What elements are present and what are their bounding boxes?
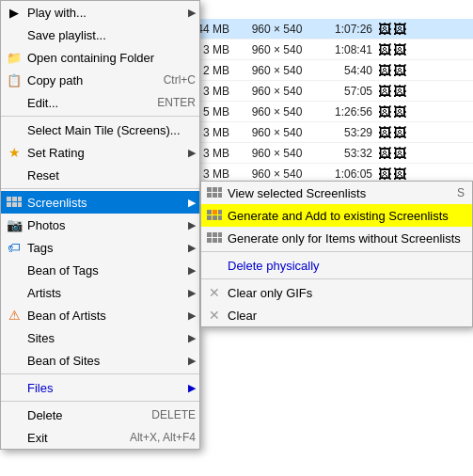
screenlists-icon (5, 197, 24, 208)
tag-icon: 🏷 (5, 240, 24, 255)
arrow-icon: ▶ (188, 287, 196, 299)
submenu-item-generate-only[interactable]: Generate only for Items without Screenli… (201, 227, 472, 249)
file-dur: 1:06:05 (317, 167, 378, 181)
arrow-icon: ▶ (188, 242, 196, 254)
file-icons: 🖼🖼 (378, 125, 406, 140)
play-icon: ▶ (5, 6, 24, 20)
file-res: 960 × 540 (237, 23, 317, 36)
menu-item-edit[interactable]: Edit... ENTER (1, 91, 199, 114)
menu-item-artists[interactable]: Artists ▶ (1, 281, 199, 304)
file-icons: 🖼🖼 (378, 84, 406, 99)
submenu-item-delete-physically[interactable]: Delete physically (201, 254, 472, 277)
x-icon: ✕ (205, 285, 224, 300)
menu-item-photos[interactable]: 📷 Photos ▶ (1, 214, 199, 236)
separator (1, 188, 199, 189)
svg-rect-5 (18, 202, 22, 207)
menu-item-select-main-tile[interactable]: Select Main Tile (Screens)... (1, 119, 199, 141)
svg-rect-9 (207, 193, 212, 198)
arrow-icon: ▶ (188, 7, 196, 19)
svg-rect-3 (7, 202, 11, 207)
svg-rect-21 (207, 238, 212, 243)
file-dur: 1:07:26 (317, 23, 378, 36)
file-res: 960 × 540 (237, 43, 317, 56)
arrow-icon: ▶ (188, 309, 196, 322)
file-res: 960 × 540 (237, 167, 317, 181)
file-icons: 🖼🖼 (378, 42, 406, 57)
separator (1, 116, 199, 117)
file-icons: 🖼🖼 (378, 104, 406, 119)
bean-artists-icon: ⚠ (5, 308, 24, 323)
svg-rect-10 (213, 193, 217, 198)
menu-item-bean-of-sites[interactable]: Bean of Sites ▶ (1, 349, 199, 372)
grid-yellow-icon (205, 210, 224, 221)
svg-rect-19 (213, 232, 217, 237)
file-res: 960 × 540 (237, 64, 317, 77)
arrow-icon: ▶ (188, 219, 196, 231)
context-menu: ▶ Play with... ▶ Save playlist... 📁 Open… (0, 0, 200, 450)
menu-item-bean-of-artists[interactable]: ⚠ Bean of Artists ▶ (1, 304, 199, 326)
menu-item-open-folder[interactable]: 📁 Open containing Folder (1, 46, 199, 69)
separator (1, 401, 199, 402)
svg-rect-18 (207, 232, 212, 237)
file-res: 960 × 540 (237, 85, 317, 98)
submenu-item-generate-add[interactable]: Generate and Add to existing Screenlists (201, 204, 472, 227)
file-dur: 54:40 (317, 64, 378, 77)
file-icons: 🖼🖼 (378, 22, 406, 37)
menu-item-reset[interactable]: Reset (1, 164, 199, 186)
menu-item-sites[interactable]: Sites ▶ (1, 326, 199, 349)
menu-item-play-with[interactable]: ▶ Play with... ▶ (1, 1, 199, 24)
arrow-icon: ▶ (188, 332, 196, 344)
menu-item-set-rating[interactable]: ★ Set Rating ▶ (1, 141, 199, 164)
svg-rect-17 (218, 215, 222, 220)
file-icons: 🖼🖼 (378, 146, 406, 161)
svg-rect-22 (213, 238, 217, 243)
menu-item-copy-path[interactable]: 📋 Copy path Ctrl+C (1, 69, 199, 91)
file-res: 960 × 540 (237, 126, 317, 139)
file-icons: 🖼🖼 (378, 63, 406, 78)
menu-item-bean-of-tags[interactable]: Bean of Tags ▶ (1, 259, 199, 281)
star-icon: ★ (5, 145, 24, 160)
x-icon: ✕ (205, 308, 224, 323)
arrow-icon: ▶ (188, 264, 196, 277)
separator (201, 278, 472, 279)
svg-rect-12 (207, 210, 212, 214)
menu-item-delete[interactable]: Delete DELETE (1, 404, 199, 426)
folder-icon: 📁 (5, 51, 24, 65)
svg-rect-4 (12, 202, 17, 207)
file-dur: 1:26:56 (317, 105, 378, 119)
screenlists-submenu: View selected Screenlists S Generate and… (200, 181, 473, 327)
file-dur: 57:05 (317, 85, 378, 98)
svg-rect-11 (218, 193, 222, 198)
grid-icon (205, 187, 224, 198)
menu-item-save-playlist[interactable]: Save playlist... (1, 24, 199, 46)
svg-rect-6 (207, 187, 212, 192)
file-icons: 🖼🖼 (378, 167, 406, 182)
submenu-item-view-selected[interactable]: View selected Screenlists S (201, 182, 472, 204)
svg-rect-7 (213, 187, 217, 192)
menu-item-files[interactable]: Files ▶ (1, 376, 199, 399)
svg-rect-13 (213, 210, 217, 214)
svg-rect-0 (7, 197, 11, 201)
svg-rect-14 (218, 210, 222, 214)
file-dur: 1:08:41 (317, 43, 378, 56)
svg-rect-1 (12, 197, 17, 201)
arrow-icon: ▶ (188, 382, 196, 394)
arrow-icon: ▶ (188, 147, 196, 159)
submenu-item-clear-gifs[interactable]: ✕ Clear only GIFs (201, 281, 472, 304)
svg-rect-23 (218, 238, 222, 243)
file-dur: 53:32 (317, 147, 378, 160)
svg-rect-8 (218, 187, 222, 192)
separator (1, 373, 199, 374)
svg-rect-20 (218, 232, 222, 237)
arrow-icon: ▶ (188, 355, 196, 367)
photo-icon: 📷 (5, 217, 24, 232)
svg-rect-2 (18, 197, 22, 201)
file-res: 960 × 540 (237, 147, 317, 160)
submenu-item-clear[interactable]: ✕ Clear (201, 304, 472, 326)
menu-item-tags[interactable]: 🏷 Tags ▶ (1, 236, 199, 259)
grid-empty-icon (205, 232, 224, 244)
menu-item-exit[interactable]: Exit Alt+X, Alt+F4 (1, 426, 199, 449)
file-dur: 53:29 (317, 126, 378, 139)
menu-item-screenlists[interactable]: Screenlists ▶ (1, 191, 199, 214)
svg-rect-16 (213, 215, 217, 220)
